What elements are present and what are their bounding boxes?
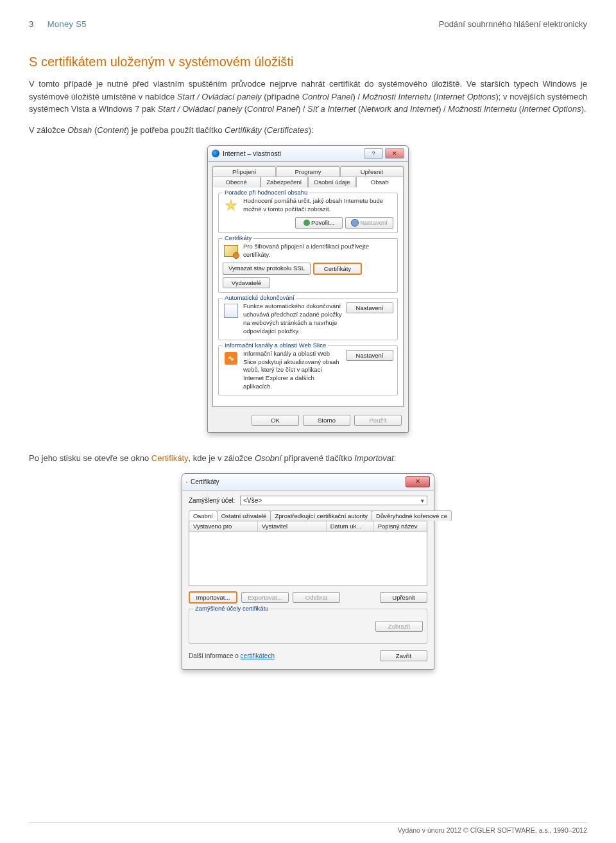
clear-ssl-button[interactable]: Vymazat stav protokolu SSL (223, 263, 311, 275)
tab-privacy[interactable]: Osobní údaje (308, 177, 356, 187)
close-button[interactable]: ✕ (385, 148, 404, 159)
doc-title: Podání souhrnného hlášení elektronicky (439, 19, 587, 29)
certificate-icon (186, 482, 187, 483)
help-button[interactable]: ? (364, 148, 383, 159)
page-footer: Vydáno v únoru 2012 © CÍGLER SOFTWARE, a… (29, 822, 587, 834)
cancel-button[interactable]: Storno (303, 415, 350, 426)
group-certificates-legend: Certifikáty (223, 234, 253, 241)
page-header: 3 Money S5 Podání souhrnného hlášení ele… (29, 19, 587, 29)
dialog-title: Internet – vlastnosti (223, 150, 361, 157)
globe-icon (212, 150, 219, 157)
certificate-icon (224, 245, 238, 257)
ok-button[interactable]: OK (252, 415, 299, 426)
form-icon (224, 304, 238, 318)
purpose-value: <Vše> (243, 497, 262, 504)
enable-button[interactable]: Povolit... (295, 217, 343, 229)
group-feeds: Informační kanály a oblasti Web Slice ∿ … (218, 345, 398, 395)
col-issued-by: Vystavitel (258, 521, 327, 531)
group-content-advisor: Poradce při hodnocení obsahu Hodnocení p… (218, 193, 398, 233)
certificates-link: Certifikáty (151, 453, 189, 463)
purposes-legend: Zamýšlené účely certifikátu (193, 605, 271, 612)
certificates-help-link[interactable]: certifikátech (241, 652, 275, 659)
brand-name: Money S5 (47, 19, 87, 29)
content-advisor-desc: Hodnocení pomáhá určit, jaký obsah Inter… (243, 197, 393, 214)
more-info-text: Další informace o certifikátech (189, 652, 275, 659)
apply-button[interactable]: Použít (354, 415, 402, 426)
tab-personal[interactable]: Osobní (189, 510, 218, 521)
export-button[interactable]: Exportovat... (241, 592, 289, 603)
tab-advanced[interactable]: Upřesnit (340, 166, 404, 177)
autocomplete-desc: Funkce automatického dokončování uchováv… (243, 302, 342, 335)
titlebar: Internet – vlastnosti ? ✕ (208, 146, 408, 162)
close-dialog-button[interactable]: Zavřít (380, 650, 427, 661)
settings-button[interactable]: Nastavení (345, 217, 393, 229)
import-button[interactable]: Importovat... (189, 591, 237, 604)
purpose-combobox[interactable]: <Vše> ▾ (240, 496, 427, 505)
feeds-desc: Informační kanály a oblasti Web Slice po… (243, 350, 342, 391)
group-autocomplete-legend: Automatické dokončování (223, 294, 296, 301)
col-expiry: Datum uk... (327, 521, 374, 531)
instruction-paragraph-2: V záložce Obsah (Content) je potřeba pou… (29, 124, 587, 137)
col-issued-to: Vystaveno pro (189, 521, 258, 531)
internet-properties-dialog: Internet – vlastnosti ? ✕ Připojení Prog… (207, 145, 409, 433)
group-content-advisor-legend: Poradce při hodnocení obsahu (223, 189, 309, 196)
tab-trusted-root[interactable]: Důvěryhodné kořenové ce (372, 510, 452, 521)
tab-intermediate-ca[interactable]: Zprostředkující certifikační autority (270, 510, 372, 521)
autocomplete-settings-button[interactable]: Nastavení (346, 302, 393, 313)
close-button[interactable]: ✕ (406, 476, 430, 487)
tab-security[interactable]: Zabezpečení (261, 177, 309, 187)
dialog-title: Certifikáty (191, 478, 219, 485)
rss-icon: ∿ (225, 352, 237, 365)
group-cert-purposes: Zamýšlené účely certifikátu Zobrazit (189, 609, 427, 644)
group-autocomplete: Automatické dokončování Funkce automatic… (218, 298, 398, 340)
instruction-paragraph-1: V tomto případě je nutné před vlastním s… (29, 78, 587, 116)
certificates-dialog: Certifikáty ✕ Zamýšlený účel: <Vše> ▾ Os… (182, 473, 434, 670)
titlebar: Certifikáty ✕ (182, 474, 434, 491)
view-button[interactable]: Zobrazit (375, 621, 423, 632)
purpose-label: Zamýšlený účel: (189, 497, 235, 504)
page-number: 3 (29, 19, 33, 29)
tab-programs[interactable]: Programy (276, 166, 339, 177)
tab-other-people[interactable]: Ostatní uživatelé (217, 510, 271, 521)
list-headers: Vystaveno pro Vystavitel Datum uk... Pop… (189, 521, 427, 532)
gear-icon (351, 219, 359, 227)
chevron-down-icon: ▾ (421, 498, 424, 504)
shield-icon (304, 220, 310, 226)
star-icon (225, 199, 237, 212)
certificate-listbox[interactable]: Vystaveno pro Vystavitel Datum uk... Pop… (189, 521, 427, 586)
tab-general[interactable]: Obecné (212, 177, 261, 187)
certificates-desc: Pro šifrovaná připojení a identifikaci p… (243, 243, 393, 259)
section-heading: S certifikátem uloženým v systémovém úlo… (29, 55, 587, 69)
tab-content[interactable]: Obsah (356, 177, 404, 187)
col-friendly-name: Popisný název (374, 521, 427, 531)
instruction-paragraph-3: Po jeho stisku se otevře se okno Certifi… (29, 452, 587, 465)
publishers-button[interactable]: Vydavatelé (223, 277, 270, 288)
group-certificates: Certifikáty Pro šifrovaná připojení a id… (218, 238, 398, 293)
group-feeds-legend: Informační kanály a oblasti Web Slice (223, 342, 328, 349)
certificates-button[interactable]: Certifikáty (313, 263, 362, 275)
remove-button[interactable]: Odebrat (293, 592, 340, 603)
advanced-button[interactable]: Upřesnit (380, 592, 427, 603)
tab-connections[interactable]: Připojení (212, 166, 276, 177)
feeds-settings-button[interactable]: Nastavení (346, 350, 393, 361)
